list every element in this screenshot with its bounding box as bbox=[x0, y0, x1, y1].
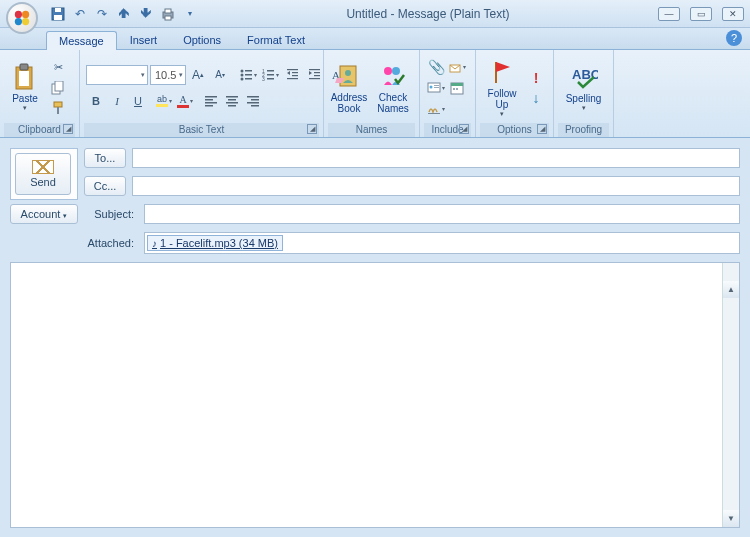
high-importance-button[interactable]: ! bbox=[526, 69, 546, 87]
svg-point-0 bbox=[15, 11, 22, 18]
scroll-down-icon[interactable]: ▼ bbox=[723, 510, 739, 527]
account-button[interactable]: Account ▾ bbox=[10, 204, 78, 224]
font-color-button[interactable]: A▾ bbox=[175, 91, 195, 111]
svg-rect-8 bbox=[165, 9, 171, 13]
svg-rect-5 bbox=[54, 15, 62, 20]
format-painter-button[interactable] bbox=[48, 99, 68, 117]
redo-icon[interactable]: ↷ bbox=[94, 6, 110, 22]
office-button[interactable] bbox=[6, 2, 38, 34]
envelope-icon bbox=[32, 160, 54, 174]
tab-insert[interactable]: Insert bbox=[117, 30, 171, 49]
svg-rect-28 bbox=[267, 78, 274, 80]
prev-item-icon[interactable]: 🡹 bbox=[116, 6, 132, 22]
svg-rect-38 bbox=[205, 99, 213, 101]
flag-icon bbox=[488, 58, 516, 86]
close-button[interactable]: ✕ bbox=[722, 7, 744, 21]
attachment-chip[interactable]: ♪ 1 - Facelift.mp3 (34 MB) bbox=[147, 235, 283, 251]
calendar-icon bbox=[450, 81, 464, 95]
next-item-icon[interactable]: 🡻 bbox=[138, 6, 154, 22]
italic-button[interactable]: I bbox=[107, 91, 127, 111]
maximize-button[interactable]: ▭ bbox=[690, 7, 712, 21]
options-dialog-launcher[interactable]: ◢ bbox=[537, 124, 547, 134]
font-name-combo[interactable]: ▾ bbox=[86, 65, 148, 85]
svg-point-50 bbox=[345, 70, 351, 76]
message-body[interactable]: ◧ ▲ ▼ bbox=[10, 262, 740, 528]
tab-message[interactable]: Message bbox=[46, 31, 117, 50]
attachment-well[interactable]: ♪ 1 - Facelift.mp3 (34 MB) bbox=[144, 232, 740, 254]
audio-file-icon: ♪ bbox=[152, 238, 157, 249]
tab-format-text[interactable]: Format Text bbox=[234, 30, 318, 49]
print-icon[interactable] bbox=[160, 6, 176, 22]
bullets-button[interactable]: ▾ bbox=[238, 65, 258, 85]
follow-up-button[interactable]: Follow Up ▾ bbox=[480, 55, 524, 121]
svg-rect-57 bbox=[434, 87, 439, 88]
font-size-combo[interactable]: 10.5▾ bbox=[150, 65, 186, 85]
save-icon[interactable] bbox=[50, 6, 66, 22]
tab-options[interactable]: Options bbox=[170, 30, 234, 49]
help-icon[interactable]: ? bbox=[726, 30, 742, 46]
check-names-button[interactable]: Check Names bbox=[372, 55, 414, 121]
attach-item-icon bbox=[448, 60, 462, 74]
increase-indent-button[interactable] bbox=[304, 65, 324, 85]
highlight-button[interactable]: ab▾ bbox=[154, 91, 174, 111]
basic-text-group-label: Basic Text bbox=[179, 124, 224, 135]
subject-field[interactable] bbox=[144, 204, 740, 224]
svg-rect-29 bbox=[287, 69, 298, 70]
svg-rect-35 bbox=[314, 75, 320, 76]
underline-button[interactable]: U bbox=[128, 91, 148, 111]
business-card-button[interactable]: ▾ bbox=[426, 78, 446, 98]
account-label: Account bbox=[21, 208, 61, 220]
proofing-group-label: Proofing bbox=[565, 124, 602, 135]
svg-rect-6 bbox=[55, 8, 61, 12]
scroll-up-icon[interactable]: ▲ bbox=[723, 281, 739, 298]
shrink-font-button[interactable]: A▾ bbox=[210, 65, 230, 85]
scroll-track[interactable] bbox=[723, 298, 739, 510]
include-dialog-launcher[interactable]: ◢ bbox=[459, 124, 469, 134]
address-book-button[interactable]: Address Book bbox=[328, 55, 370, 121]
attach-item-button[interactable]: ▾ bbox=[447, 57, 467, 77]
cc-field[interactable] bbox=[132, 176, 740, 196]
bold-button[interactable]: B bbox=[86, 91, 106, 111]
vertical-scrollbar[interactable]: ▲ ▼ bbox=[722, 263, 739, 527]
to-field[interactable] bbox=[132, 148, 740, 168]
svg-rect-43 bbox=[226, 102, 238, 104]
align-left-icon bbox=[205, 95, 217, 107]
svg-point-2 bbox=[15, 18, 22, 25]
svg-rect-14 bbox=[55, 81, 63, 91]
svg-rect-34 bbox=[314, 72, 320, 73]
qat-customize-icon[interactable]: ▾ bbox=[182, 6, 198, 22]
decrease-indent-button[interactable] bbox=[282, 65, 302, 85]
svg-rect-59 bbox=[451, 83, 463, 86]
copy-icon bbox=[51, 81, 65, 95]
chevron-down-icon: ▾ bbox=[179, 71, 183, 79]
attach-file-button[interactable]: 📎 bbox=[426, 57, 446, 77]
minimize-button[interactable]: — bbox=[658, 7, 680, 21]
paste-button[interactable]: Paste ▾ bbox=[4, 55, 46, 121]
svg-point-21 bbox=[241, 77, 244, 80]
grow-font-button[interactable]: A▴ bbox=[188, 65, 208, 85]
svg-rect-46 bbox=[251, 99, 259, 101]
spelling-button[interactable]: ABC Spelling ▾ bbox=[558, 55, 609, 121]
send-button[interactable]: Send bbox=[15, 153, 71, 195]
calendar-button[interactable] bbox=[447, 78, 467, 98]
svg-point-17 bbox=[241, 69, 244, 72]
align-center-button[interactable] bbox=[222, 91, 242, 111]
align-right-button[interactable] bbox=[243, 91, 263, 111]
copy-button[interactable] bbox=[48, 79, 68, 97]
numbering-button[interactable]: 123▾ bbox=[260, 65, 280, 85]
to-button[interactable]: To... bbox=[84, 148, 126, 168]
svg-rect-12 bbox=[19, 71, 29, 86]
cut-button[interactable]: ✂ bbox=[48, 59, 68, 77]
basic-text-dialog-launcher[interactable]: ◢ bbox=[307, 124, 317, 134]
bullets-icon bbox=[239, 68, 253, 82]
svg-rect-40 bbox=[205, 105, 213, 107]
cc-button[interactable]: Cc... bbox=[84, 176, 126, 196]
undo-icon[interactable]: ↶ bbox=[72, 6, 88, 22]
svg-rect-11 bbox=[20, 64, 28, 70]
highlight-icon: ab bbox=[156, 94, 168, 107]
align-left-button[interactable] bbox=[201, 91, 221, 111]
names-group-label: Names bbox=[356, 124, 388, 135]
signature-button[interactable]: ▾ bbox=[426, 99, 446, 119]
clipboard-dialog-launcher[interactable]: ◢ bbox=[63, 124, 73, 134]
low-importance-button[interactable]: ↓ bbox=[526, 89, 546, 107]
